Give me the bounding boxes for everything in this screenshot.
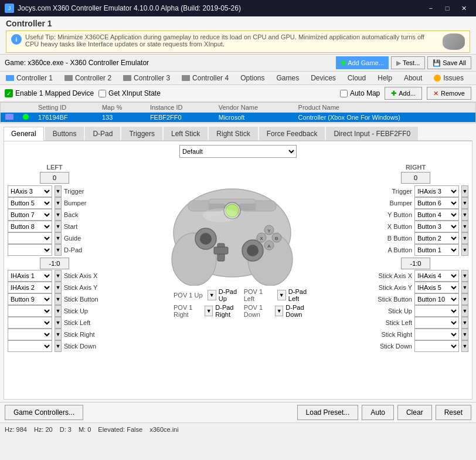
right-stickleft-arrow[interactable]: ▼	[461, 317, 468, 329]
right-stickx-select[interactable]: IHAxis 4	[414, 270, 459, 282]
test-button[interactable]: ▶ Test...	[391, 56, 425, 69]
right-stickup-arrow[interactable]: ▼	[461, 305, 468, 317]
right-stickright-arrow[interactable]: ▼	[461, 329, 468, 340]
left-dpad-arrow[interactable]: ▼	[55, 244, 62, 256]
tab-devices[interactable]: Devices	[305, 72, 342, 84]
left-stickbtn-arrow[interactable]: ▼	[55, 293, 62, 305]
left-stickup-arrow[interactable]: ▼	[55, 305, 62, 317]
tab-directinput[interactable]: Direct Input - FEBF2FF0	[326, 127, 418, 140]
enable-mapped-label[interactable]: ✓ Enable 1 Mapped Device	[5, 89, 94, 97]
add-game-button[interactable]: ✚ Add Game...	[336, 56, 389, 69]
left-stickx-arrow[interactable]: ▼	[55, 270, 62, 282]
right-trigger-select[interactable]: IHAxis 3	[414, 185, 459, 197]
left-stickdown-arrow[interactable]: ▼	[55, 340, 62, 352]
left-guide-select[interactable]	[8, 232, 52, 244]
left-stickleft-arrow[interactable]: ▼	[55, 317, 62, 329]
tab-triggers[interactable]: Triggers	[121, 127, 162, 140]
right-stickright-select[interactable]	[414, 329, 459, 340]
reset-button[interactable]: Reset	[436, 405, 471, 420]
right-y-select[interactable]: Button 4	[414, 209, 459, 221]
svg-point-13	[247, 245, 259, 256]
auto-map-label[interactable]: Auto Map	[340, 89, 380, 97]
left-bumper-arrow[interactable]: ▼	[55, 197, 62, 209]
left-stickright-select[interactable]	[8, 329, 52, 340]
close-button[interactable]: ✕	[456, 2, 471, 14]
tab-issues[interactable]: Issues	[428, 72, 470, 84]
pov-right-arrow[interactable]: ▼	[205, 306, 213, 316]
right-sticky-select[interactable]: IHAxis 5	[414, 282, 459, 293]
left-sticky-select[interactable]: IHAxis 2	[8, 282, 52, 293]
add-device-button[interactable]: ✚ Add...	[385, 87, 422, 100]
minimize-button[interactable]: −	[423, 2, 438, 14]
tab-general[interactable]: General	[4, 127, 44, 141]
tab-controller1[interactable]: Controller 1	[0, 72, 59, 84]
clear-button[interactable]: Clear	[397, 405, 432, 420]
left-trigger-arrow[interactable]: ▼	[55, 185, 62, 197]
tab-controller2[interactable]: Controller 2	[59, 72, 117, 84]
right-stickleft-select[interactable]	[414, 317, 459, 329]
right-a-arrow[interactable]: ▼	[461, 244, 468, 256]
auto-map-checkbox[interactable]	[340, 90, 348, 97]
tab-options[interactable]: Options	[234, 72, 270, 84]
right-trigger-arrow[interactable]: ▼	[461, 185, 468, 197]
right-stickdown-select[interactable]	[414, 340, 459, 352]
tab-games[interactable]: Games	[270, 72, 305, 84]
right-stickbtn-arrow[interactable]: ▼	[461, 293, 468, 305]
left-start-arrow[interactable]: ▼	[55, 221, 62, 232]
left-stickx-select[interactable]: IHAxis 1	[8, 270, 52, 282]
pov-left-arrow[interactable]: ▼	[277, 290, 286, 300]
table-row[interactable]: 176194BF 133 FEBF2FF0 Microsoft Controll…	[1, 113, 475, 123]
tab-about[interactable]: About	[398, 72, 428, 84]
default-select[interactable]: Default	[179, 145, 297, 158]
auto-button[interactable]: Auto	[362, 405, 394, 420]
tab-help[interactable]: Help	[372, 72, 398, 84]
right-stickdown-arrow[interactable]: ▼	[461, 340, 468, 352]
left-trigger-select[interactable]: HAxis 3	[8, 185, 52, 197]
right-x-select[interactable]: Button 3	[414, 221, 459, 232]
get-xinput-label[interactable]: Get XInput State	[98, 89, 161, 97]
tab-dpad[interactable]: D-Pad	[85, 127, 120, 140]
remove-device-button[interactable]: ✕ Remove	[427, 87, 471, 100]
tab-leftstick[interactable]: Left Stick	[164, 127, 208, 140]
game-controllers-button[interactable]: Game Controllers...	[5, 405, 83, 420]
right-stickup-select[interactable]	[414, 305, 459, 317]
right-sticky-arrow[interactable]: ▼	[461, 282, 468, 293]
right-b-select[interactable]: Button 2	[414, 232, 459, 244]
left-dpad-select[interactable]	[8, 244, 52, 256]
left-stickup-select[interactable]	[8, 305, 52, 317]
pov-down-arrow[interactable]: ▼	[275, 306, 283, 316]
save-all-button[interactable]: 💾 Save All	[427, 56, 471, 69]
right-x-arrow[interactable]: ▼	[461, 221, 468, 232]
tab-cloud[interactable]: Cloud	[342, 72, 372, 84]
pov-up-arrow[interactable]: ▼	[208, 290, 216, 300]
left-bumper-select[interactable]: Button 5	[8, 197, 52, 209]
tab-rightstick[interactable]: Right Stick	[209, 127, 257, 140]
tab-forcefeedback[interactable]: Force Feedback	[259, 127, 325, 140]
right-bumper-arrow[interactable]: ▼	[461, 197, 468, 209]
tab-controller4[interactable]: Controller 4	[176, 72, 234, 84]
left-stickbtn-select[interactable]: Button 9	[8, 293, 52, 305]
left-back-select[interactable]: Button 7	[8, 209, 52, 221]
left-back-arrow[interactable]: ▼	[55, 209, 62, 221]
tab-controller3[interactable]: Controller 3	[117, 72, 176, 84]
left-start-select[interactable]: Button 8	[8, 221, 52, 232]
maximize-button[interactable]: □	[440, 2, 455, 14]
left-stickdown-select[interactable]	[8, 340, 52, 352]
right-bumper-select[interactable]: Button 6	[414, 197, 459, 209]
right-b-arrow[interactable]: ▼	[461, 232, 468, 244]
left-stickright-arrow[interactable]: ▼	[55, 329, 62, 340]
right-stickbtn-select[interactable]: Button 10	[414, 293, 459, 305]
tab-buttons[interactable]: Buttons	[45, 127, 84, 140]
cloud-label: Cloud	[348, 74, 366, 82]
right-y-arrow[interactable]: ▼	[461, 209, 468, 221]
left-guide-arrow[interactable]: ▼	[55, 232, 62, 244]
load-preset-button[interactable]: Load Preset...	[297, 405, 359, 420]
left-trigger-row: HAxis 3 ▼ Trigger	[8, 185, 101, 197]
left-stickleft-select[interactable]	[8, 317, 52, 329]
controls-bar: ✓ Enable 1 Mapped Device Get XInput Stat…	[0, 85, 476, 102]
right-stickx-arrow[interactable]: ▼	[461, 270, 468, 282]
left-sticky-arrow[interactable]: ▼	[55, 282, 62, 293]
right-a-select[interactable]: Button 1	[414, 244, 459, 256]
get-xinput-checkbox[interactable]	[98, 90, 106, 97]
left-value-row: 0	[8, 172, 101, 184]
